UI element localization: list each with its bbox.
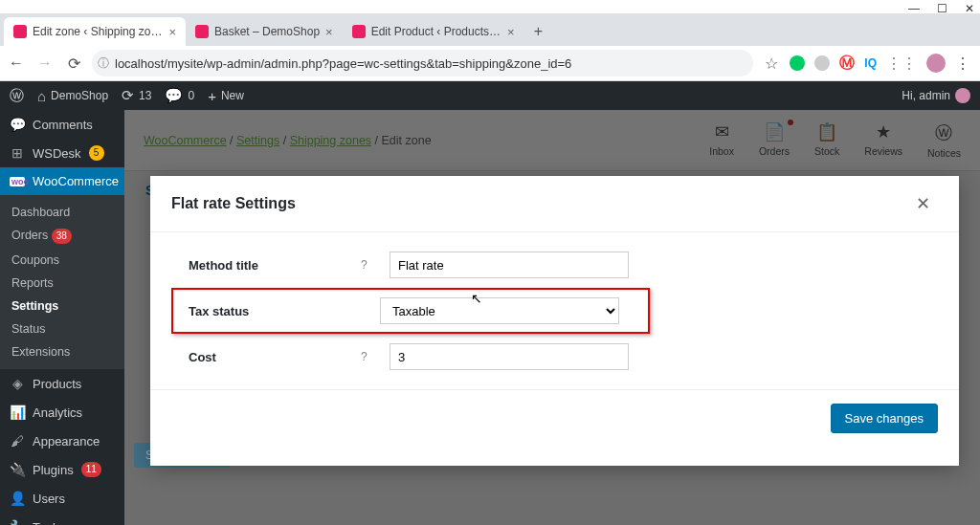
nav-reload-icon[interactable]: ⟳ [63, 55, 84, 73]
help-icon[interactable]: ? [361, 350, 380, 363]
submenu-settings[interactable]: Settings [0, 295, 124, 317]
browser-tab-3[interactable]: Edit Product ‹ Products ‹ DemoS × [343, 17, 524, 46]
url-text: localhost/mysite/wp-admin/admin.php?page… [115, 56, 571, 71]
new-tab-button[interactable]: + [524, 17, 552, 46]
menu-comments[interactable]: 💬Comments [0, 110, 124, 139]
menu-analytics[interactable]: 📊Analytics [0, 398, 124, 427]
submenu-orders[interactable]: Orders 38 [0, 224, 124, 249]
menu-products[interactable]: ◈Products [0, 369, 124, 398]
tab-close-icon[interactable]: × [168, 25, 176, 39]
window-maximize-icon[interactable]: ☐ [937, 2, 947, 11]
save-changes-button[interactable]: Save changes [831, 404, 938, 433]
wsdesk-badge: 5 [89, 145, 104, 161]
favicon-icon [13, 25, 27, 38]
extension-icon[interactable]: ⋮⋮ [886, 55, 917, 73]
browser-tab-2[interactable]: Basket – DemoShop × [186, 17, 343, 46]
extension-icon[interactable]: Ⓜ [839, 54, 855, 74]
tax-status-row: Tax status ? Taxable [171, 288, 650, 334]
menu-users[interactable]: 👤Users [0, 484, 124, 513]
address-bar[interactable]: ⓘ localhost/mysite/wp-admin/admin.php?pa… [92, 50, 753, 77]
extension-icon[interactable]: IQ [864, 56, 877, 70]
avatar-icon [955, 88, 970, 103]
submenu-status[interactable]: Status [0, 317, 124, 340]
ab-comments[interactable]: 💬0 [165, 87, 194, 104]
tax-status-label: Tax status [189, 304, 342, 318]
bookmark-icon[interactable]: ☆ [761, 55, 782, 73]
submenu-coupons[interactable]: Coupons [0, 249, 124, 272]
submenu-dashboard[interactable]: Dashboard [0, 201, 124, 224]
submenu-extensions[interactable]: Extensions [0, 340, 124, 363]
tab-label: Basket – DemoShop [214, 25, 320, 38]
extension-icon[interactable] [790, 55, 805, 71]
admin-sidebar: 💬Comments ⊞WSDesk 5 wooWooCommerce Dashb… [0, 110, 124, 525]
browser-menu-icon[interactable]: ⋮ [955, 55, 970, 73]
profile-avatar[interactable] [926, 54, 946, 73]
window-minimize-icon[interactable]: — [908, 2, 920, 11]
menu-tools[interactable]: 🔧Tools [0, 513, 124, 525]
site-info-icon[interactable]: ⓘ [98, 55, 109, 72]
help-icon[interactable]: ? [361, 258, 380, 272]
modal-title: Flat rate Settings [171, 195, 296, 212]
tab-close-icon[interactable]: × [507, 25, 515, 39]
menu-appearance[interactable]: 🖌Appearance [0, 427, 124, 455]
ab-wp-logo[interactable]: ⓦ [10, 87, 24, 105]
favicon-icon [195, 25, 209, 38]
cost-label: Cost [189, 350, 351, 364]
method-title-label: Method title [189, 258, 351, 273]
favicon-icon [352, 25, 366, 38]
plugins-badge: 11 [81, 462, 101, 477]
ab-new[interactable]: +New [208, 88, 244, 104]
menu-plugins[interactable]: 🔌Plugins 11 [0, 455, 124, 484]
tab-label: Edit zone ‹ Shipping zones ‹ Setti [33, 25, 163, 38]
flat-rate-settings-modal: Flat rate Settings ✕ Method title ? Tax … [150, 176, 959, 466]
ab-updates[interactable]: ⟳13 [122, 87, 151, 104]
tab-label: Edit Product ‹ Products ‹ DemoS [371, 25, 501, 38]
ab-my-account[interactable]: Hi, admin [902, 88, 970, 103]
wp-admin-bar: ⓦ ⌂DemoShop ⟳13 💬0 +New Hi, admin [0, 81, 980, 110]
extension-icons: Ⓜ IQ ⋮⋮ ⋮ [790, 54, 974, 74]
window-close-icon[interactable]: ✕ [965, 2, 974, 11]
woocommerce-submenu: Dashboard Orders 38 Coupons Reports Sett… [0, 195, 124, 369]
browser-tab-1[interactable]: Edit zone ‹ Shipping zones ‹ Setti × [4, 17, 186, 46]
menu-woocommerce[interactable]: wooWooCommerce [0, 167, 124, 195]
submenu-reports[interactable]: Reports [0, 272, 124, 295]
cost-input[interactable] [390, 343, 629, 370]
tax-status-select[interactable]: Taxable [380, 297, 619, 324]
extension-icon[interactable] [814, 55, 830, 71]
tab-close-icon[interactable]: × [325, 25, 333, 39]
method-title-input[interactable] [390, 252, 629, 278]
browser-chrome: — ☐ ✕ Edit zone ‹ Shipping zones ‹ Setti… [0, 0, 980, 81]
orders-badge: 38 [52, 229, 72, 244]
menu-wsdesk[interactable]: ⊞WSDesk 5 [0, 139, 124, 167]
browser-tabs: Edit zone ‹ Shipping zones ‹ Setti × Bas… [0, 13, 980, 46]
nav-forward-icon[interactable]: → [34, 55, 56, 72]
ab-site-name[interactable]: ⌂DemoShop [37, 88, 108, 104]
nav-back-icon[interactable]: ← [6, 55, 27, 72]
modal-close-button[interactable]: ✕ [908, 189, 938, 218]
